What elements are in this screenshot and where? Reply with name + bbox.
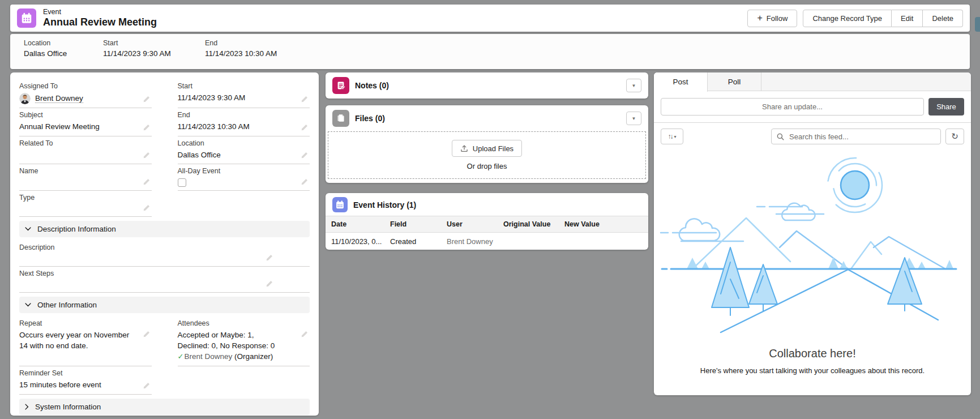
cell-original-value	[498, 233, 559, 250]
field-next-steps-label: Next Steps	[19, 269, 296, 279]
sort-feed-button[interactable]: ↑↓ ▾	[661, 129, 683, 144]
record-action-group: Change Record Type Edit Delete	[803, 10, 963, 27]
attendee-role: (Organizer)	[234, 352, 273, 361]
highlight-location-value: Dallas Office	[24, 49, 103, 58]
section-system-information[interactable]: System Information	[19, 399, 310, 415]
files-actions-dropdown[interactable]: ▼	[626, 112, 641, 125]
section-other-information-title: Other Information	[37, 301, 97, 309]
highlights-panel: Location Dallas Office Start 11/14/2023 …	[10, 34, 970, 69]
tab-post[interactable]: Post	[654, 72, 708, 92]
table-header-row: Date Field User Original Value New Value	[326, 216, 648, 233]
field-assigned-to-label: Assigned To	[19, 82, 138, 91]
section-system-information-title: System Information	[35, 403, 101, 411]
feed-empty-title: Collaborate here!	[654, 347, 971, 360]
event-history-title: Event History (1)	[353, 200, 416, 210]
field-attendees: Attendees Accepted or Maybe: 1, Declined…	[178, 317, 310, 366]
record-details-panel: Assigned To Brent Downey Start 11/14/202…	[10, 72, 319, 416]
file-dropzone[interactable]: Upload Files Or drop files	[328, 131, 646, 179]
field-reminder-set-label: Reminder Set	[19, 369, 138, 378]
field-start-value: 11/14/2023 9:30 AM	[178, 91, 297, 104]
entity-label: Event	[43, 8, 157, 16]
edit-icon[interactable]	[143, 151, 151, 159]
highlight-end-label: End	[205, 39, 277, 47]
notes-icon	[332, 77, 349, 94]
field-all-day-event-label: All-Day Event	[178, 166, 297, 176]
field-end-value: 11/14/2023 10:30 AM	[178, 120, 297, 132]
attendee-name[interactable]: Brent Downey	[184, 352, 232, 361]
column-field: Field	[384, 216, 441, 233]
all-day-event-checkbox[interactable]	[178, 178, 186, 187]
section-description-information[interactable]: Description Information	[19, 221, 310, 237]
field-all-day-event: All-Day Event	[178, 164, 310, 191]
header-titles: Event Annual Review Meeting	[43, 8, 157, 28]
chevron-down-icon	[25, 303, 31, 307]
field-repeat: Repeat Occurs every year on November 14 …	[19, 317, 152, 366]
notes-panel: Notes (0) ▼	[326, 72, 648, 99]
edit-icon[interactable]	[266, 254, 273, 262]
avatar	[19, 93, 31, 104]
field-repeat-label: Repeat	[19, 319, 138, 328]
share-update-input[interactable]	[661, 98, 924, 116]
field-description: Description	[19, 241, 310, 267]
event-record-page: Event Annual Review Meeting + Follow Cha…	[0, 0, 980, 419]
files-title: Files (0)	[355, 114, 385, 123]
column-new-value: New Value	[559, 216, 648, 233]
feed-search	[771, 129, 941, 144]
drop-files-text: Or drop files	[467, 162, 507, 170]
change-record-type-button[interactable]: Change Record Type	[803, 10, 892, 27]
chevron-down-icon: ▼	[632, 83, 636, 88]
attendees-summary-line1: Accepted or Maybe: 1,	[178, 330, 297, 341]
highlight-location-label: Location	[24, 39, 103, 47]
edit-icon[interactable]	[143, 330, 151, 338]
edit-icon[interactable]	[301, 123, 309, 131]
edit-icon[interactable]	[143, 382, 151, 390]
sort-icon: ↑↓	[667, 132, 672, 140]
edit-icon[interactable]	[143, 178, 151, 186]
edit-icon[interactable]	[301, 95, 309, 103]
highlight-end-value: 11/14/2023 10:30 AM	[205, 49, 277, 58]
section-other-information[interactable]: Other Information	[19, 297, 310, 313]
attendees-summary-line2: Declined: 0, No Response: 0	[178, 341, 297, 352]
field-reminder-set: Reminder Set 15 minutes before event	[19, 366, 152, 395]
follow-button[interactable]: + Follow	[747, 10, 797, 27]
upload-files-button[interactable]: Upload Files	[452, 140, 522, 157]
edit-icon[interactable]	[143, 204, 151, 212]
edit-icon[interactable]	[143, 95, 151, 103]
edit-icon[interactable]	[266, 280, 273, 288]
notes-actions-dropdown[interactable]: ▼	[626, 79, 641, 92]
delete-button[interactable]: Delete	[923, 10, 963, 27]
highlight-start: Start 11/14/2023 9:30 AM	[103, 39, 205, 69]
assigned-to-link[interactable]: Brent Downey	[35, 94, 83, 103]
refresh-feed-button[interactable]: ↻	[945, 129, 964, 144]
attendee-row: ✓Brent Downey (Organizer)	[178, 352, 297, 362]
plus-icon: +	[757, 14, 762, 23]
field-name: Name	[19, 164, 152, 191]
upload-files-label: Upload Files	[473, 144, 513, 153]
highlight-start-label: Start	[103, 39, 205, 47]
edit-icon[interactable]	[301, 178, 309, 186]
chevron-down-icon	[25, 227, 31, 231]
field-assigned-to: Assigned To Brent Downey	[19, 79, 152, 108]
section-description-information-title: Description Information	[37, 225, 116, 233]
chatter-feed-panel: Post Poll Share ↑↓ ▾ ↻	[654, 72, 971, 395]
side-panel-toggle[interactable]	[975, 17, 980, 32]
field-description-label: Description	[19, 243, 296, 253]
share-button[interactable]: Share	[928, 98, 964, 116]
edit-button[interactable]: Edit	[892, 10, 923, 27]
highlight-location: Location Dallas Office	[24, 39, 103, 69]
feed-tabs: Post Poll	[654, 72, 971, 91]
field-start-label: Start	[178, 82, 297, 91]
field-location-value: Dallas Office	[178, 148, 297, 161]
field-next-steps: Next Steps	[19, 267, 310, 293]
field-attendees-value: Accepted or Maybe: 1, Declined: 0, No Re…	[178, 328, 297, 362]
field-end-label: End	[178, 110, 297, 120]
tab-poll[interactable]: Poll	[708, 72, 761, 91]
feed-search-input[interactable]	[788, 132, 935, 142]
field-subject-label: Subject	[19, 110, 138, 120]
edit-icon[interactable]	[301, 330, 309, 338]
edit-icon[interactable]	[143, 123, 151, 131]
edit-icon[interactable]	[301, 151, 309, 159]
upload-icon	[460, 144, 468, 152]
field-spacer	[178, 191, 310, 217]
cell-user-link[interactable]: Brent Downey	[447, 237, 493, 246]
